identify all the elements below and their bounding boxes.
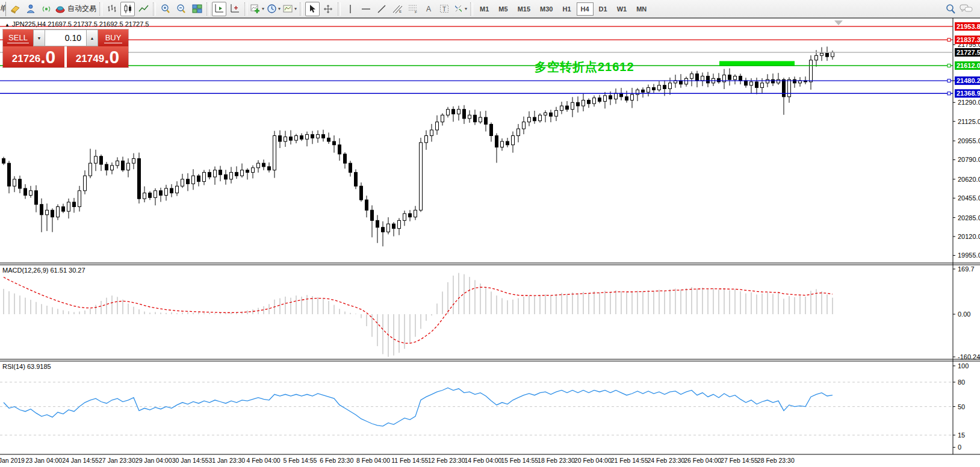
candlestick-chart-icon[interactable] <box>120 2 135 16</box>
timeframe-button-mn[interactable]: MN <box>632 2 651 16</box>
macd-axis-label: -160.24 <box>958 353 980 360</box>
time-axis-label: 20 Feb 04:00 <box>574 457 612 464</box>
time-axis-label: 18 Feb 23:30 <box>538 457 575 464</box>
time-axis-label: 29 Jan 04:00 <box>135 457 172 464</box>
price-tick-label: 20120.0 <box>958 233 980 240</box>
profiles-icon[interactable] <box>8 2 22 16</box>
time-axis-label: 21 Feb 14:55 <box>611 457 648 464</box>
timeframe-button-w1[interactable]: W1 <box>613 2 631 16</box>
price-tick-label: 20790.0 <box>958 156 980 163</box>
price-tick-label: 21125.0 <box>958 118 980 125</box>
buy-price[interactable]: 21749.0 <box>67 46 128 67</box>
timeframe-group: M1M5M15M30H1H4D1W1MN <box>475 2 651 16</box>
time-axis-label: 8 Feb 04:00 <box>356 457 390 464</box>
trendline-icon[interactable] <box>374 2 389 16</box>
dropdown-arrow: ▾ <box>294 6 297 11</box>
fibonacci-icon[interactable]: F <box>406 2 420 16</box>
rsi-axis-label: 100 <box>958 362 969 370</box>
one-click-trading-panel: SELL ▼ 0.10 ▲ BUY 21726.0 21749.0 <box>3 29 128 67</box>
timeframe-button-h4[interactable]: H4 <box>577 2 594 16</box>
dropdown-arrow: ▾ <box>278 6 281 11</box>
timeframe-button-m5[interactable]: M5 <box>494 2 512 16</box>
dropdown-arrow: ▾ <box>465 6 467 11</box>
price-badge-label: 21480.2 <box>957 77 980 84</box>
line-handle[interactable] <box>947 92 951 95</box>
chat-icon[interactable] <box>959 2 973 16</box>
line-chart-icon[interactable] <box>136 2 150 16</box>
new-order-button[interactable]: 单 <box>0 2 6 16</box>
search-icon[interactable] <box>943 2 958 16</box>
rsi-axis-label: 80 <box>958 379 965 386</box>
vertical-line-icon[interactable] <box>343 2 358 16</box>
chart-text-annotation[interactable]: 多空转折点21612 <box>535 59 634 75</box>
macd-axis-label: 169.7 <box>958 265 975 273</box>
cursor-icon[interactable] <box>305 2 320 16</box>
main-toolbar: 单 自动交易 ▾ ▾ <box>0 0 980 18</box>
volume-input[interactable]: 0.10 <box>45 29 86 46</box>
chart-title: ▲JPN225,H4 21697.5 21737.5 21692.5 21727… <box>5 20 149 28</box>
time-axis-label: 23 Jan 04:00 <box>25 457 62 464</box>
rsi-axis-label: 15 <box>958 431 965 439</box>
green-zone-rectangle[interactable] <box>719 61 795 66</box>
arrows-icon[interactable]: ▾ <box>453 2 468 16</box>
autotrading-button[interactable]: 自动交易 <box>55 2 97 16</box>
time-axis-label: 30 Jan 14:55 <box>172 457 209 464</box>
price-tick-label: 20955.0 <box>958 137 980 144</box>
zoom-in-icon[interactable] <box>158 2 173 16</box>
channel-icon[interactable]: E <box>390 2 405 16</box>
volume-increase-button[interactable]: ▲ <box>86 29 98 46</box>
timeframe-button-d1[interactable]: D1 <box>595 2 612 16</box>
line-handle[interactable] <box>947 39 951 42</box>
line-handle[interactable] <box>947 79 951 82</box>
sell-button[interactable]: SELL <box>3 29 33 46</box>
signals-icon[interactable] <box>39 2 54 16</box>
price-badge-label: 21368.9 <box>957 90 980 97</box>
time-axis-label: 26 Feb 04:00 <box>684 457 721 464</box>
market-watch-icon[interactable] <box>23 2 38 16</box>
svg-text:E: E <box>399 10 402 13</box>
time-axis-label: 6 Feb 23:30 <box>320 457 353 464</box>
macd-axis-label: 0.00 <box>958 311 970 318</box>
price-tick-label: 19955.0 <box>958 252 980 259</box>
time-axis-label: 31 Jan 23:30 <box>208 457 245 464</box>
collapse-arrow-icon[interactable]: ▲ <box>5 22 10 28</box>
timeframe-button-m30[interactable]: M30 <box>536 2 557 16</box>
macd-indicator-label: MACD(12,26,9) 61.51 30.27 <box>2 267 85 274</box>
horizontal-line-icon[interactable] <box>359 2 373 16</box>
text-icon[interactable]: A <box>421 2 436 16</box>
timeframe-button-m1[interactable]: M1 <box>476 2 493 16</box>
time-axis-label: 27 Feb 14:55 <box>721 457 758 464</box>
time-axis-label: 4 Feb 04:00 <box>247 457 281 464</box>
sell-price[interactable]: 21726.0 <box>3 46 64 67</box>
text-label-icon[interactable]: T <box>437 2 451 16</box>
indicators-icon[interactable]: ▾ <box>250 2 265 16</box>
chart-shift-icon[interactable] <box>228 2 242 16</box>
svg-text:A: A <box>426 5 431 13</box>
time-axis-label: 15 Feb 14:55 <box>501 457 538 464</box>
price-tick-label: 20455.0 <box>958 194 980 202</box>
zoom-out-icon[interactable] <box>174 2 188 16</box>
autotrading-label: 自动交易 <box>67 4 96 14</box>
line-handle[interactable] <box>947 64 951 67</box>
templates-icon[interactable]: ▾ <box>282 2 297 16</box>
rsi-indicator-label: RSI(14) 63.9185 <box>2 363 51 370</box>
timeframe-button-m15[interactable]: M15 <box>513 2 535 16</box>
timeframe-button-h1[interactable]: H1 <box>558 2 575 16</box>
time-axis-label: 21 Jan 2019 <box>0 457 25 464</box>
periods-icon[interactable]: ▾ <box>266 2 281 16</box>
price-badge-label: 21612.0 <box>957 62 980 69</box>
buy-button[interactable]: BUY <box>98 29 128 46</box>
time-axis-label: 14 Feb 04:00 <box>464 457 501 464</box>
auto-scroll-icon[interactable] <box>212 2 226 16</box>
tile-windows-icon[interactable] <box>190 2 204 16</box>
time-axis-label: 24 Feb 23:30 <box>647 457 684 464</box>
price-badge-label: 21953.8 <box>957 23 980 30</box>
chart-canvas[interactable]: 21795.021480.021290.021125.020955.020790… <box>0 0 980 467</box>
volume-decrease-button[interactable]: ▼ <box>33 29 45 46</box>
price-tick-label: 21290.0 <box>958 99 980 106</box>
time-axis-label: 27 Jan 23:30 <box>99 457 135 464</box>
crosshair-icon[interactable] <box>321 2 335 16</box>
price-badge-label: 21727.5 <box>957 49 980 56</box>
bar-chart-icon[interactable] <box>105 2 119 16</box>
rsi-axis-label: 0 <box>958 444 961 451</box>
